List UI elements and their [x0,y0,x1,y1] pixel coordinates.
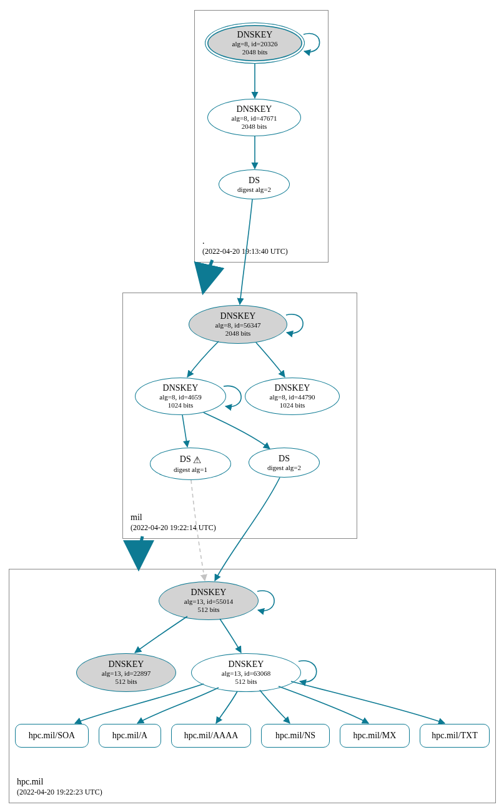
node-mil-zsk1: DNSKEY alg=8, id=4659 1024 bits [135,378,226,415]
node-mil-ds2: DS digest alg=2 [249,448,320,478]
zone-mil-timestamp: (2022-04-20 19:22:14 UTC) [131,523,216,533]
zone-root-timestamp: (2022-04-20 19:13:40 UTC) [202,247,288,257]
node-root-ksk: DNSKEY alg=8, id=20326 2048 bits [205,23,305,64]
zone-mil-name: mil [131,512,216,523]
node-rr-mx: hpc.mil/MX [340,724,410,748]
zone-hpc-timestamp: (2022-04-20 19:22:23 UTC) [17,788,102,798]
node-mil-zsk2: DNSKEY alg=8, id=44790 1024 bits [245,378,340,415]
node-rr-ns: hpc.mil/NS [261,724,330,748]
node-hpc-key2: DNSKEY alg=13, id=22897 512 bits [76,653,176,692]
node-root-ds: DS digest alg=2 [219,169,290,199]
zone-root-name: . [202,236,288,247]
node-mil-ksk: DNSKEY alg=8, id=56347 2048 bits [189,305,287,344]
node-hpc-ksk: DNSKEY alg=13, id=55014 512 bits [159,581,259,620]
zone-hpc-name: hpc.mil [17,776,102,788]
node-rr-a: hpc.mil/A [99,724,161,748]
warning-icon: ⚠ [193,454,201,466]
node-rr-soa: hpc.mil/SOA [15,724,89,748]
node-root-zsk: DNSKEY alg=8, id=47671 2048 bits [207,99,301,136]
node-rr-txt: hpc.mil/TXT [420,724,490,748]
node-rr-aaaa: hpc.mil/AAAA [171,724,251,748]
node-hpc-zsk: DNSKEY alg=13, id=63068 512 bits [191,653,301,692]
node-mil-ds1: DS ⚠ digest alg=1 [150,448,231,480]
